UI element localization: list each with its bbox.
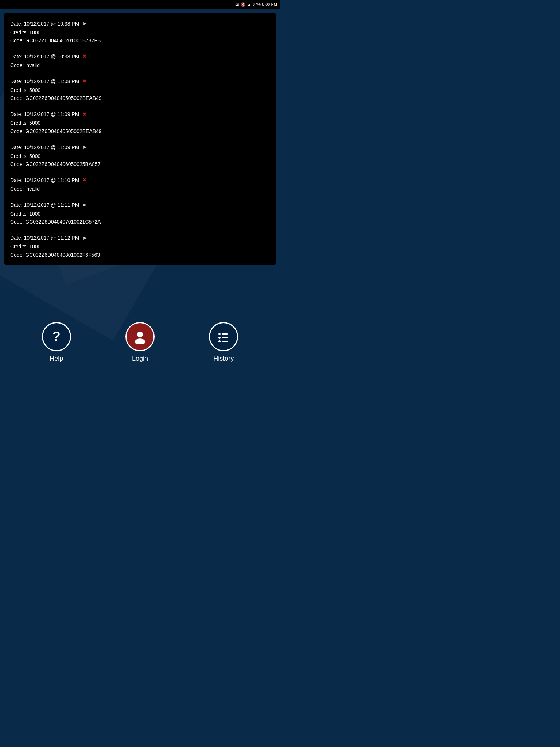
mute-icon: 🔇 bbox=[241, 2, 246, 7]
send-icon: ➤ bbox=[82, 200, 87, 210]
entry-code: Code: GC032Z6D040406050025BA857 bbox=[10, 160, 270, 168]
entry-date: Date: 10/12/2017 @ 11:08 PM ✕ bbox=[10, 77, 270, 86]
entry-date: Date: 10/12/2017 @ 11:12 PM ➤ bbox=[10, 233, 270, 243]
history-circle bbox=[209, 322, 238, 351]
entry-code: Code: invalid bbox=[10, 185, 270, 193]
entry-code: Code: GC032Z6D040407010021C572A bbox=[10, 218, 270, 226]
login-label: Login bbox=[132, 355, 148, 363]
svg-point-4 bbox=[218, 337, 221, 339]
svg-point-0 bbox=[137, 332, 143, 337]
entry-credits: Credits: 1000 bbox=[10, 28, 270, 36]
entry-credits: Credits: 5000 bbox=[10, 86, 270, 94]
entry-code: Code: GC032Z6D04040505002BEAB49 bbox=[10, 127, 270, 135]
history-entry: Date: 10/12/2017 @ 10:38 PM ➤ Credits: 1… bbox=[10, 19, 270, 44]
entry-code: Code: invalid bbox=[10, 61, 270, 69]
history-entry: Date: 10/12/2017 @ 11:10 PM ✕ Code: inva… bbox=[10, 175, 270, 193]
entry-date: Date: 10/12/2017 @ 11:09 PM ✕ bbox=[10, 110, 270, 119]
wifi-icon: ▲ bbox=[247, 2, 251, 7]
send-icon: ➤ bbox=[82, 19, 87, 28]
history-entry: Date: 10/12/2017 @ 10:38 PM ✕ Code: inva… bbox=[10, 52, 270, 69]
status-bar: 🖼 🔇 ▲ 67% 8:06 PM bbox=[0, 0, 280, 9]
login-circle bbox=[125, 322, 155, 351]
entry-date: Date: 10/12/2017 @ 11:11 PM ➤ bbox=[10, 200, 270, 210]
svg-rect-3 bbox=[222, 333, 228, 335]
entry-credits: Credits: 1000 bbox=[10, 210, 270, 218]
bottom-nav: ? Help Login bbox=[0, 315, 280, 374]
send-icon: ➤ bbox=[82, 233, 87, 243]
history-label: History bbox=[213, 355, 234, 363]
history-entry: Date: 10/12/2017 @ 11:09 PM ➤ Credits: 5… bbox=[10, 143, 270, 168]
invalid-icon: ✕ bbox=[82, 77, 87, 86]
invalid-icon: ✕ bbox=[82, 110, 87, 119]
svg-point-2 bbox=[218, 333, 221, 335]
photo-icon: 🖼 bbox=[235, 2, 239, 7]
invalid-icon: ✕ bbox=[82, 175, 87, 185]
history-entry: Date: 10/12/2017 @ 11:11 PM ➤ Credits: 1… bbox=[10, 200, 270, 226]
entry-credits: Credits: 1000 bbox=[10, 243, 270, 251]
list-icon bbox=[217, 330, 230, 344]
entry-code: Code: GC032Z6D04040505002BEAB49 bbox=[10, 94, 270, 102]
svg-rect-5 bbox=[222, 337, 228, 338]
entry-date: Date: 10/12/2017 @ 10:38 PM ✕ bbox=[10, 52, 270, 61]
help-circle: ? bbox=[42, 322, 71, 351]
invalid-icon: ✕ bbox=[82, 52, 87, 61]
history-entry: Date: 10/12/2017 @ 11:12 PM ➤ Credits: 1… bbox=[10, 233, 270, 259]
entry-date: Date: 10/12/2017 @ 10:38 PM ➤ bbox=[10, 19, 270, 28]
entry-code: Code: GC032Z6D04040801002F6F563 bbox=[10, 251, 270, 259]
send-icon: ➤ bbox=[82, 143, 87, 152]
battery-text: 67% bbox=[253, 2, 261, 7]
svg-point-6 bbox=[218, 340, 221, 342]
entry-credits: Credits: 5000 bbox=[10, 152, 270, 160]
history-entry: Date: 10/12/2017 @ 11:08 PM ✕ Credits: 5… bbox=[10, 77, 270, 102]
entry-code: Code: GC032Z6D04040201001B782FB bbox=[10, 36, 270, 44]
nav-help[interactable]: ? Help bbox=[42, 322, 71, 363]
time-display: 8:06 PM bbox=[262, 2, 277, 7]
entry-credits: Credits: 5000 bbox=[10, 119, 270, 127]
person-icon bbox=[133, 329, 147, 344]
entry-date: Date: 10/12/2017 @ 11:10 PM ✕ bbox=[10, 175, 270, 185]
svg-point-1 bbox=[135, 338, 145, 344]
content-area: Date: 10/12/2017 @ 10:38 PM ➤ Credits: 1… bbox=[0, 9, 280, 374]
history-panel: Date: 10/12/2017 @ 10:38 PM ➤ Credits: 1… bbox=[4, 13, 276, 265]
history-entry: Date: 10/12/2017 @ 11:09 PM ✕ Credits: 5… bbox=[10, 110, 270, 135]
help-label: Help bbox=[50, 355, 63, 363]
svg-rect-7 bbox=[222, 341, 228, 342]
question-mark-icon: ? bbox=[52, 329, 61, 344]
nav-login[interactable]: Login bbox=[125, 322, 155, 363]
status-icons: 🖼 🔇 ▲ 67% 8:06 PM bbox=[235, 2, 277, 7]
entry-date: Date: 10/12/2017 @ 11:09 PM ➤ bbox=[10, 143, 270, 152]
nav-history[interactable]: History bbox=[209, 322, 238, 363]
